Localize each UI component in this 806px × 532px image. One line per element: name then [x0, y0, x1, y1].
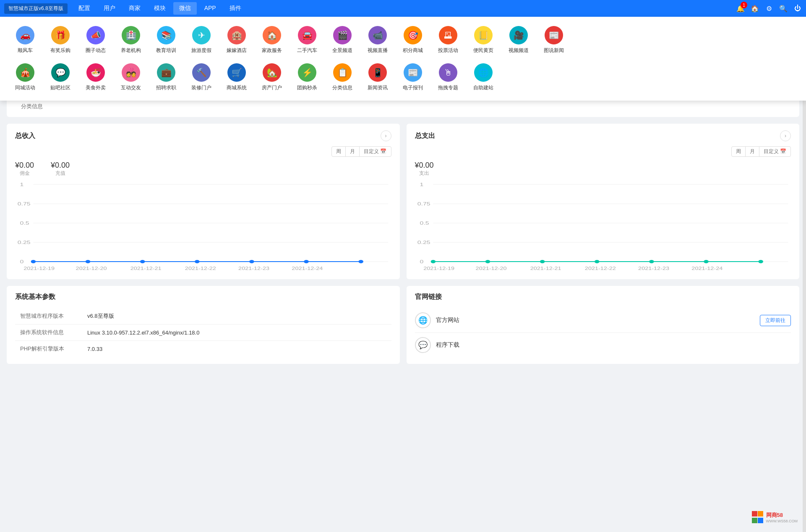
notification-badge: 1 — [741, 2, 747, 8]
app-icon-11[interactable]: 🎯积分商城 — [396, 23, 430, 57]
power-icon[interactable]: ⏻ — [793, 4, 802, 13]
app-icon-2[interactable]: 📣圈子动态 — [79, 23, 112, 57]
svg-text:2021-12-24: 2021-12-24 — [292, 266, 323, 271]
revenue-filter-custom[interactable]: 目定义 📅 — [360, 147, 391, 156]
app-icon-15[interactable]: 📰图说新闻 — [537, 23, 571, 57]
settings-icon[interactable]: ⚙ — [765, 4, 773, 13]
nav-item-4[interactable]: 微信 — [173, 2, 197, 15]
revenue-chart-header: 总收入 › — [15, 130, 391, 141]
notification-icon[interactable]: 🔔 1 — [736, 4, 745, 13]
link-icon-0: 🌐 — [415, 312, 431, 328]
app-icon-0[interactable]: 🚗顺风车 — [8, 23, 42, 57]
app-icon-r2-0[interactable]: 🎪同城活动 — [8, 61, 42, 94]
app-icon-3[interactable]: 🏥养老机构 — [114, 23, 148, 57]
nav-item-2[interactable]: 商家 — [123, 2, 146, 15]
app-icon-r2-7[interactable]: 🏡房产门户 — [255, 61, 289, 94]
top-navigation: 智慧城市正版v6.8至尊版 配置用户商家模块微信APP插件 🔔 1 🏠 ⚙ 🔍 … — [0, 0, 806, 17]
app-icon-9[interactable]: 🎬全景频道 — [326, 23, 359, 57]
sys-param-row-2: PHP解析引擎版本7.0.33 — [15, 341, 391, 357]
nav-item-1[interactable]: 用户 — [98, 2, 121, 15]
nav-item-6[interactable]: 插件 — [224, 2, 247, 15]
bottom-row: 系统基本参数 智慧城市程序版本v6.8至尊版操作系统软件信息Linux 3.10… — [7, 286, 799, 364]
expense-chart-card: 总支出 › 周 月 目定义 📅 ¥0.00 支出 — [407, 124, 800, 279]
svg-point-11 — [86, 260, 91, 263]
svg-text:2021-12-23: 2021-12-23 — [638, 266, 669, 271]
app-icon-r2-13[interactable]: 🌐自助建站 — [467, 61, 500, 94]
svg-text:0.75: 0.75 — [417, 201, 430, 206]
svg-text:2021-12-21: 2021-12-21 — [130, 266, 162, 271]
nav-item-3[interactable]: 模块 — [148, 2, 172, 15]
app-icon-r2-4[interactable]: 💼招聘求职 — [149, 61, 183, 94]
svg-text:2021-12-23: 2021-12-23 — [238, 266, 269, 271]
expense-title: 总支出 — [415, 132, 435, 140]
revenue-chongzhi-num: ¥0.00 — [51, 161, 70, 170]
revenue-chart-card: 总收入 › 周 月 目定义 📅 ¥0.00 佣金 ¥0.00 — [7, 124, 400, 279]
nav-item-5[interactable]: APP — [198, 2, 222, 15]
link-btn-0[interactable]: 立即前往 — [760, 315, 791, 326]
app-icon-r2-9[interactable]: 📋分类信息 — [326, 61, 359, 94]
svg-point-33 — [430, 260, 436, 263]
svg-text:0.5: 0.5 — [420, 221, 429, 226]
app-icon-6[interactable]: 🏨嫁嫁酒店 — [220, 23, 253, 57]
app-icon-14[interactable]: 🎥视频频道 — [502, 23, 535, 57]
app-icon-r2-11[interactable]: 📰电子报刊 — [396, 61, 430, 94]
app-icon-r2-10[interactable]: 📱新闻资讯 — [361, 61, 394, 94]
svg-point-10 — [31, 260, 36, 263]
revenue-yongjin-label: 佣金 — [15, 170, 34, 177]
svg-text:2021-12-22: 2021-12-22 — [185, 266, 216, 271]
svg-point-16 — [358, 260, 363, 263]
expense-zhichu: ¥0.00 支出 — [415, 161, 434, 177]
app-icon-r2-6[interactable]: 🛒商城系统 — [220, 61, 253, 94]
app-icon-8[interactable]: 🚘二手汽车 — [290, 23, 324, 57]
app-icon-13[interactable]: 📒便民黄页 — [467, 23, 500, 57]
svg-text:1: 1 — [20, 182, 24, 187]
app-icon-1[interactable]: 🎁有奖乐购 — [44, 23, 77, 57]
svg-point-14 — [249, 260, 254, 263]
nav-item-0[interactable]: 配置 — [73, 2, 96, 15]
svg-text:2021-12-24: 2021-12-24 — [691, 266, 723, 271]
expense-filter-week[interactable]: 周 — [732, 147, 746, 156]
svg-point-39 — [758, 260, 763, 263]
charts-row: 总收入 › 周 月 目定义 📅 ¥0.00 佣金 ¥0.00 — [7, 124, 799, 279]
app-icon-10[interactable]: 📹视频直播 — [361, 23, 394, 57]
official-links-title: 官网链接 — [415, 293, 791, 301]
svg-text:1: 1 — [420, 182, 423, 187]
revenue-values: ¥0.00 佣金 ¥0.00 充值 — [15, 161, 391, 177]
expense-zhichu-num: ¥0.00 — [415, 161, 434, 170]
system-params-card: 系统基本参数 智慧城市程序版本v6.8至尊版操作系统软件信息Linux 3.10… — [7, 286, 400, 364]
app-icon-7[interactable]: 🏠家政服务 — [255, 23, 289, 57]
svg-point-15 — [304, 260, 309, 263]
app-icon-12[interactable]: 🗳投票活动 — [431, 23, 465, 57]
svg-text:2021-12-19: 2021-12-19 — [423, 266, 454, 271]
revenue-yongjin: ¥0.00 佣金 — [15, 161, 34, 177]
svg-text:0.25: 0.25 — [18, 240, 31, 245]
brand-label: 智慧城市正版v6.8至尊版 — [4, 3, 68, 14]
app-icon-r2-3[interactable]: 💑互动交友 — [114, 61, 148, 94]
icon-grid-row2-3: 🎪同城活动💬贴吧社区🍜美食外卖💑互动交友💼招聘求职🔨装修门户🛒商城系统🏡房产门户… — [8, 61, 798, 94]
svg-text:0.5: 0.5 — [20, 221, 30, 226]
search-icon[interactable]: 🔍 — [779, 4, 788, 13]
nav-right: 🔔 1 🏠 ⚙ 🔍 ⏻ — [736, 4, 802, 13]
revenue-filter-month[interactable]: 月 — [346, 147, 360, 156]
links-list: 🌐 官方网站 立即前往 💬 程序下载 — [415, 308, 791, 357]
revenue-filter-week[interactable]: 周 — [332, 147, 346, 156]
sys-param-row-1: 操作系统软件信息Linux 3.10.0-957.12.2.el7.x86_64… — [15, 324, 391, 341]
expense-filter: 周 月 目定义 📅 — [731, 146, 791, 157]
app-icon-r2-1[interactable]: 💬贴吧社区 — [44, 61, 77, 94]
expense-filter-month[interactable]: 月 — [746, 147, 759, 156]
app-icon-5[interactable]: ✈旅游度假 — [185, 23, 218, 57]
link-item-0: 🌐 官方网站 立即前往 — [415, 308, 791, 333]
svg-point-37 — [649, 260, 654, 263]
app-icon-4[interactable]: 📚教育培训 — [149, 23, 183, 57]
app-icon-r2-2[interactable]: 🍜美食外卖 — [79, 61, 112, 94]
revenue-yongjin-num: ¥0.00 — [15, 161, 34, 170]
app-icon-r2-5[interactable]: 🔨装修门户 — [185, 61, 218, 94]
home-icon[interactable]: 🏠 — [751, 4, 759, 13]
revenue-title: 总收入 — [15, 132, 35, 140]
svg-point-12 — [140, 260, 145, 263]
app-icon-r2-8[interactable]: ⚡团购秒杀 — [290, 61, 324, 94]
app-icon-r2-12[interactable]: 🖱拖拽专题 — [431, 61, 465, 94]
expense-filter-custom[interactable]: 目定义 📅 — [759, 147, 790, 156]
revenue-nav-btn[interactable]: › — [381, 130, 391, 141]
expense-nav-btn[interactable]: › — [780, 130, 791, 141]
